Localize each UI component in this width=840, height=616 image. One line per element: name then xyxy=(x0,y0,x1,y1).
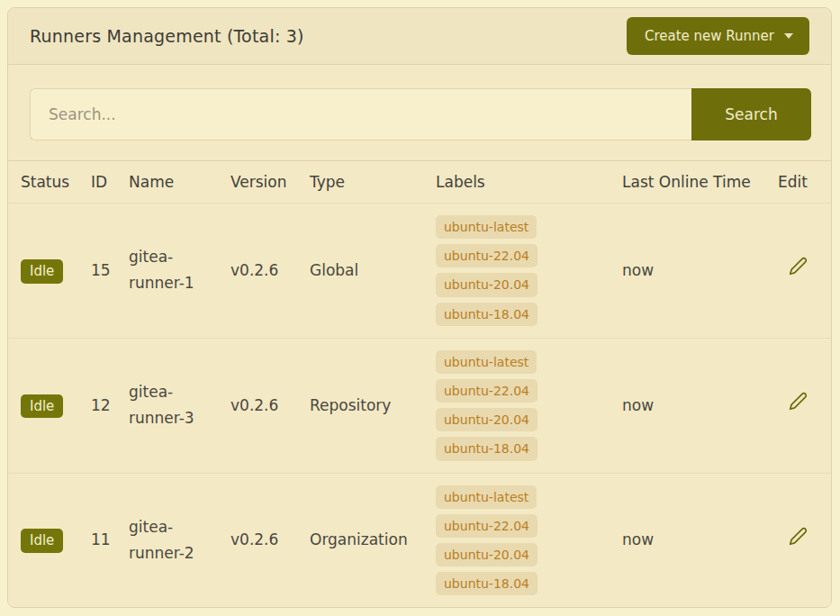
pencil-icon xyxy=(789,392,808,411)
status-badge: Idle xyxy=(21,529,63,553)
column-header-type: Type xyxy=(297,161,423,204)
column-header-name: Name xyxy=(116,161,218,204)
caret-down-icon xyxy=(784,33,793,39)
edit-cell xyxy=(765,338,831,473)
id-cell: 15 xyxy=(78,204,116,339)
last-online-cell: now xyxy=(610,338,765,473)
table-header-row: Status ID Name Version Type Labels Last … xyxy=(8,161,831,204)
column-header-id: ID xyxy=(78,161,116,204)
runners-table-head: Status ID Name Version Type Labels Last … xyxy=(8,161,831,204)
status-cell: Idle xyxy=(8,473,78,607)
type-cell: Organization xyxy=(297,473,423,607)
edit-runner-button[interactable] xyxy=(789,527,808,546)
column-header-status: Status xyxy=(8,161,78,204)
search-button[interactable]: Search xyxy=(691,88,811,140)
type-cell: Global xyxy=(297,204,423,339)
labels-cell: ubuntu-latestubuntu-22.04ubuntu-20.04ubu… xyxy=(423,204,610,339)
runner-label: ubuntu-20.04 xyxy=(436,273,537,296)
last-online-cell: now xyxy=(610,204,765,339)
labels-stack: ubuntu-latestubuntu-22.04ubuntu-20.04ubu… xyxy=(436,215,604,326)
runner-label: ubuntu-22.04 xyxy=(436,244,537,267)
page-title: Runners Management (Total: 3) xyxy=(30,26,304,46)
type-cell: Repository xyxy=(297,338,423,473)
runner-label: ubuntu-18.04 xyxy=(436,572,537,595)
id-cell: 11 xyxy=(78,473,116,607)
runners-table-body: Idle 15 gitea-runner-1 v0.2.6 Global ubu… xyxy=(8,204,831,608)
panel-header: Runners Management (Total: 3) Create new… xyxy=(8,8,831,65)
table-row: Idle 12 gitea-runner-3 v0.2.6 Repository… xyxy=(8,338,831,473)
labels-stack: ubuntu-latestubuntu-22.04ubuntu-20.04ubu… xyxy=(436,485,604,596)
labels-cell: ubuntu-latestubuntu-22.04ubuntu-20.04ubu… xyxy=(423,338,610,473)
status-badge: Idle xyxy=(21,259,63,284)
labels-stack: ubuntu-latestubuntu-22.04ubuntu-20.04ubu… xyxy=(436,350,604,461)
pencil-icon xyxy=(789,257,808,276)
runner-label: ubuntu-20.04 xyxy=(436,408,537,431)
status-cell: Idle xyxy=(8,338,78,473)
runner-label: ubuntu-latest xyxy=(436,485,537,509)
table-row: Idle 11 gitea-runner-2 v0.2.6 Organizati… xyxy=(8,473,831,607)
column-header-labels: Labels xyxy=(423,161,610,204)
id-cell: 12 xyxy=(78,338,116,473)
create-new-runner-label: Create new Runner xyxy=(645,28,774,44)
status-badge: Idle xyxy=(21,394,63,419)
runner-label: ubuntu-latest xyxy=(436,215,537,239)
runners-management-panel: Runners Management (Total: 3) Create new… xyxy=(7,7,832,608)
column-header-version: Version xyxy=(218,161,297,204)
last-online-cell: now xyxy=(610,473,765,607)
name-cell: gitea-runner-2 xyxy=(116,473,218,607)
version-cell: v0.2.6 xyxy=(218,473,297,607)
name-cell: gitea-runner-1 xyxy=(116,204,218,339)
runner-label: ubuntu-22.04 xyxy=(436,514,537,538)
runner-label: ubuntu-18.04 xyxy=(436,303,537,326)
status-cell: Idle xyxy=(8,204,78,339)
runners-table: Status ID Name Version Type Labels Last … xyxy=(8,161,831,607)
pencil-icon xyxy=(789,527,808,546)
search-input[interactable] xyxy=(30,88,691,140)
runner-label: ubuntu-20.04 xyxy=(436,543,537,566)
search-bar: Search xyxy=(30,88,811,140)
version-cell: v0.2.6 xyxy=(218,204,297,339)
name-cell: gitea-runner-3 xyxy=(116,338,218,473)
column-header-last-online-time: Last Online Time xyxy=(610,161,765,204)
create-new-runner-button[interactable]: Create new Runner xyxy=(627,17,809,55)
runner-label: ubuntu-latest xyxy=(436,350,537,374)
search-section: Search xyxy=(8,65,831,161)
runner-label: ubuntu-22.04 xyxy=(436,379,537,403)
edit-cell xyxy=(765,473,831,607)
column-header-edit: Edit xyxy=(765,161,831,204)
runner-label: ubuntu-18.04 xyxy=(436,437,537,460)
table-row: Idle 15 gitea-runner-1 v0.2.6 Global ubu… xyxy=(8,204,831,339)
edit-cell xyxy=(765,204,831,339)
edit-runner-button[interactable] xyxy=(789,392,808,411)
version-cell: v0.2.6 xyxy=(218,338,297,473)
edit-runner-button[interactable] xyxy=(789,257,808,276)
labels-cell: ubuntu-latestubuntu-22.04ubuntu-20.04ubu… xyxy=(423,473,610,607)
